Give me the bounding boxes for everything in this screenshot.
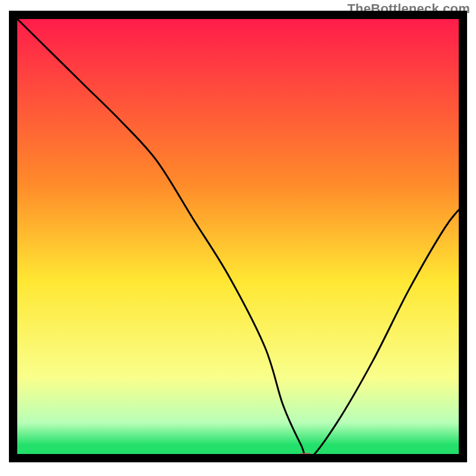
bottleneck-chart [0, 0, 476, 476]
chart-stage: TheBottleneck.com [0, 0, 476, 476]
